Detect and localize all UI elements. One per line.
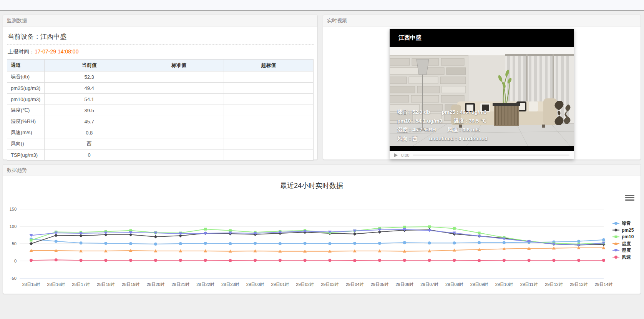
cell-current: 54.1 [45, 94, 134, 105]
overlay-winddirection: 风向 : 西 [397, 136, 418, 141]
cell-exceed [224, 71, 313, 83]
video-progress-bar[interactable] [413, 155, 569, 156]
svg-text:噪音: 噪音 [622, 221, 631, 226]
trend-chart-svg: 最近24小时实时数据-5005010015028日15时28日16时28日17时… [3, 176, 641, 294]
x-tick-label: 29日03时 [321, 282, 339, 287]
x-tick-label: 29日12时 [545, 282, 563, 287]
monitoring-data-panel: 监测数据 当前设备：江西中盛 上报时间：17-07-29 14:08:00 通道… [3, 15, 318, 160]
cell-channel: pm10(ug/m3) [7, 94, 45, 105]
x-tick-label: 29日09时 [470, 282, 488, 287]
video-time: 0:00 [401, 153, 409, 158]
svg-text:温度: 温度 [622, 241, 631, 246]
table-row: 噪音(db)52.3 [7, 71, 314, 83]
x-tick-label: 29日13时 [570, 282, 588, 287]
col-header-current: 当前值 [45, 60, 134, 71]
monitoring-panel-title: 监测数据 [3, 15, 317, 27]
cell-channel: 风速(m/s) [7, 127, 45, 138]
video-controls: 0:00 [390, 151, 574, 159]
overlay-noise: 噪音 : 52.3 db [397, 109, 430, 115]
y-tick-label: 0 [14, 259, 17, 263]
table-row: 湿度(%RH)45.7 [7, 116, 314, 127]
video-title: 江西中盛 [390, 29, 574, 47]
svg-text:湿度: 湿度 [621, 248, 631, 253]
cell-standard [134, 83, 224, 94]
cell-current: 52.3 [45, 71, 134, 83]
legend-item[interactable]: 温度 [612, 241, 631, 246]
report-time-value: 17-07-29 14:08:00 [35, 48, 78, 55]
x-tick-label: 28日22时 [196, 282, 214, 287]
video-overlay-readings: 噪音 : 52.3 dbpm25 : 49.4 ug/m3 pm10 : 54.… [397, 108, 488, 143]
y-tick-label: -50 [10, 276, 17, 281]
cell-channel: pm25(ug/m3) [7, 83, 45, 94]
cell-standard [134, 138, 224, 150]
cell-exceed [224, 83, 313, 94]
cell-channel: 噪音(db) [7, 71, 45, 83]
trend-panel-title: 数据趋势 [3, 164, 641, 176]
table-row: 风向()西 [7, 138, 314, 150]
video-player[interactable]: 江西中盛 [390, 29, 574, 159]
play-icon[interactable] [394, 153, 398, 157]
col-header-standard: 标准值 [134, 60, 224, 71]
legend-item[interactable]: pm10 [612, 234, 634, 239]
cell-exceed [224, 105, 313, 116]
legend-item[interactable]: pm25 [612, 228, 634, 233]
x-tick-label: 29日02时 [296, 282, 314, 287]
svg-text:风速: 风速 [621, 254, 631, 260]
live-video-panel: 实时视频 江西中盛 [323, 15, 641, 160]
channel-table: 通道 当前值 标准值 超标值 噪音(db)52.3 pm25(ug/m3)49.… [7, 59, 314, 161]
chart-title: 最近24小时实时数据 [280, 182, 343, 189]
overlay-undefined: undefined : 0 undefined [429, 136, 488, 141]
coffee-table [493, 103, 520, 126]
cell-current: 39.5 [45, 105, 134, 116]
legend-item[interactable]: 噪音 [612, 221, 631, 226]
trend-chart: 最近24小时实时数据-5005010015028日15时28日16时28日17时… [3, 176, 641, 294]
y-tick-label: 100 [10, 224, 17, 229]
col-header-exceed: 超标值 [224, 60, 313, 71]
table-row: TSP(ug/m3)0 [7, 150, 314, 161]
x-tick-label: 29日10时 [495, 282, 513, 287]
cell-current: 45.7 [45, 116, 134, 127]
cell-exceed [224, 150, 313, 161]
x-tick-label: 28日15时 [22, 282, 40, 287]
video-panel-title: 实时视频 [323, 15, 641, 27]
report-time-line: 上报时间：17-07-29 14:08:00 [7, 45, 314, 59]
cell-channel: 温度(℃) [7, 105, 45, 116]
x-tick-label: 29日01时 [271, 282, 289, 287]
x-tick-label: 29日00时 [246, 282, 264, 287]
x-tick-label: 28日21时 [171, 282, 189, 287]
cell-channel: TSP(ug/m3) [7, 150, 45, 161]
cell-exceed [224, 127, 313, 138]
cell-current: 49.4 [45, 83, 134, 94]
video-frame: 噪音 : 52.3 dbpm25 : 49.4 ug/m3 pm10 : 54.… [390, 47, 574, 146]
cell-standard [134, 116, 224, 127]
data-trend-panel: 数据趋势 最近24小时实时数据-5005010015028日15时28日16时2… [3, 164, 641, 294]
cell-channel: 风向() [7, 138, 45, 150]
table-row: pm25(ug/m3)49.4 [7, 83, 314, 94]
legend-item[interactable]: 风速 [612, 254, 631, 260]
top-toolbar [0, 0, 644, 11]
export-menu-icon[interactable] [625, 194, 634, 201]
y-tick-label: 50 [12, 241, 17, 246]
x-tick-label: 29日04时 [346, 282, 363, 287]
col-header-channel: 通道 [7, 60, 45, 71]
series-line [30, 258, 605, 262]
cell-standard [134, 71, 224, 83]
svg-text:pm25: pm25 [622, 228, 634, 233]
x-tick-label: 28日18时 [97, 282, 115, 287]
cell-exceed [224, 138, 313, 150]
table-header-row: 通道 当前值 标准值 超标值 [7, 60, 314, 71]
overlay-pm10: pm10 : 54.1 ug/m3 [397, 118, 442, 124]
cell-current: 西 [45, 138, 134, 150]
cell-channel: 湿度(%RH) [7, 116, 45, 127]
cell-current: 0 [45, 150, 134, 161]
y-tick-label: 150 [10, 207, 17, 211]
x-tick-label: 28日19时 [122, 282, 139, 287]
x-tick-label: 29日14时 [595, 282, 612, 287]
legend-item[interactable]: 湿度 [612, 248, 631, 253]
x-tick-label: 29日07时 [420, 282, 438, 287]
cell-exceed [224, 116, 313, 127]
series-line [30, 246, 606, 253]
series-line [30, 238, 605, 246]
x-tick-label: 29日08时 [445, 282, 463, 287]
cell-current: 0.8 [45, 127, 134, 138]
